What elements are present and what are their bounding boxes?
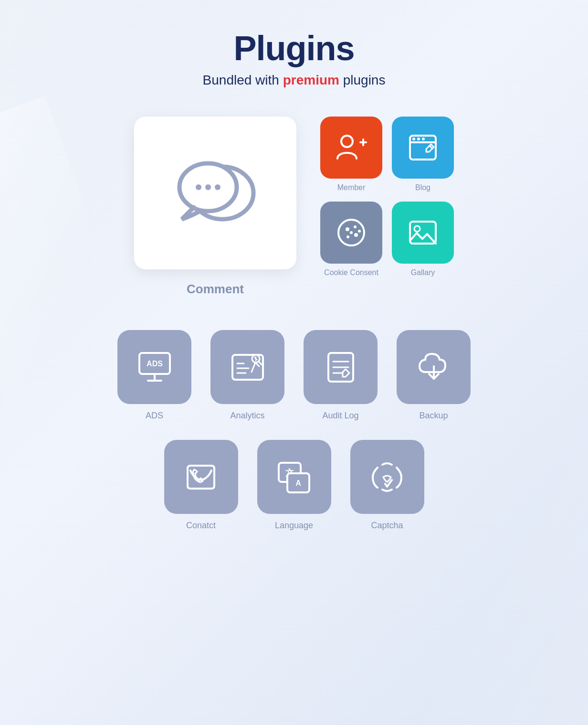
captcha-icon-box[interactable] [350,440,424,514]
ads-label: ADS [146,411,163,421]
svg-point-5 [341,136,353,147]
ads-icon-box[interactable]: ADS [117,330,191,404]
plugin-item-member: Member [320,117,382,192]
svg-point-4 [215,184,220,190]
gallery-icon [406,216,440,249]
svg-point-16 [354,225,357,228]
featured-section: Comment Member [79,117,509,297]
featured-plugin-item: Comment [134,117,296,297]
analytics-icon-box[interactable] [210,330,284,404]
svg-point-3 [205,184,211,190]
svg-point-22 [414,226,420,232]
svg-text:ADS: ADS [147,360,163,368]
bottom-plugins-row1: ADS ADS Analytics [65,330,523,421]
svg-point-11 [417,138,420,140]
gallery-label: Gallary [411,268,435,277]
plugin-item-gallery: Gallary [392,202,454,277]
audit-log-icon-box[interactable] [304,330,378,404]
member-icon [335,131,368,164]
featured-plugin-card[interactable] [134,117,296,269]
svg-point-17 [354,233,358,237]
svg-point-19 [350,231,353,234]
cookie-label: Cookie Consent [324,268,378,277]
backup-label: Backup [419,411,448,421]
plugin-item-analytics: Analytics [210,330,284,421]
top-plugin-grid: Member Blog [320,117,454,277]
blog-icon-box[interactable] [392,117,454,179]
analytics-label: Analytics [230,411,264,421]
plugin-item-captcha: Captcha [350,440,424,531]
member-icon-box[interactable] [320,117,382,179]
audit-log-icon [322,348,360,386]
cookie-icon-box[interactable] [320,202,382,264]
comment-icon [168,145,263,241]
plugin-item-cookie: Cookie Consent [320,202,382,277]
language-icon: 文 A [275,458,313,496]
plugin-item-ads: ADS ADS [117,330,191,421]
svg-line-32 [259,362,262,365]
plugin-item-audit-log: Audit Log [304,330,378,421]
blog-label: Blog [415,183,430,192]
captcha-label: Captcha [371,521,403,531]
backup-icon [415,348,453,386]
plugin-item-language: 文 A Language [257,440,331,531]
bottom-plugins-row2: Conatct 文 A Language Captcha [65,440,523,531]
page-subtitle: Bundled with premium plugins [203,73,386,88]
subtitle-highlight: premium [283,73,339,87]
svg-point-10 [412,138,415,140]
plugin-item-contact: Conatct [164,440,238,531]
svg-text:A: A [295,479,301,487]
language-icon-box[interactable]: 文 A [257,440,331,514]
subtitle-prefix: Bundled with [203,73,283,87]
captcha-icon [368,458,406,496]
gallery-icon-box[interactable] [392,202,454,264]
svg-point-2 [196,184,201,190]
backup-icon-box[interactable] [397,330,471,404]
contact-icon-box[interactable] [164,440,238,514]
plugin-item-backup: Backup [397,330,471,421]
featured-plugin-label: Comment [187,282,244,297]
language-label: Language [275,521,313,531]
svg-point-12 [422,138,425,140]
svg-point-15 [346,227,349,231]
contact-label: Conatct [186,521,216,531]
subtitle-suffix: plugins [339,73,386,87]
contact-icon [182,458,220,496]
analytics-icon [229,348,267,386]
svg-point-20 [358,230,361,233]
member-label: Member [337,183,366,192]
audit-log-label: Audit Log [322,411,358,421]
svg-point-18 [346,235,349,238]
cookie-icon [335,216,368,249]
ads-icon: ADS [136,348,174,386]
page-title: Plugins [233,29,354,68]
plugin-item-blog: Blog [392,117,454,192]
blog-icon [406,131,440,164]
